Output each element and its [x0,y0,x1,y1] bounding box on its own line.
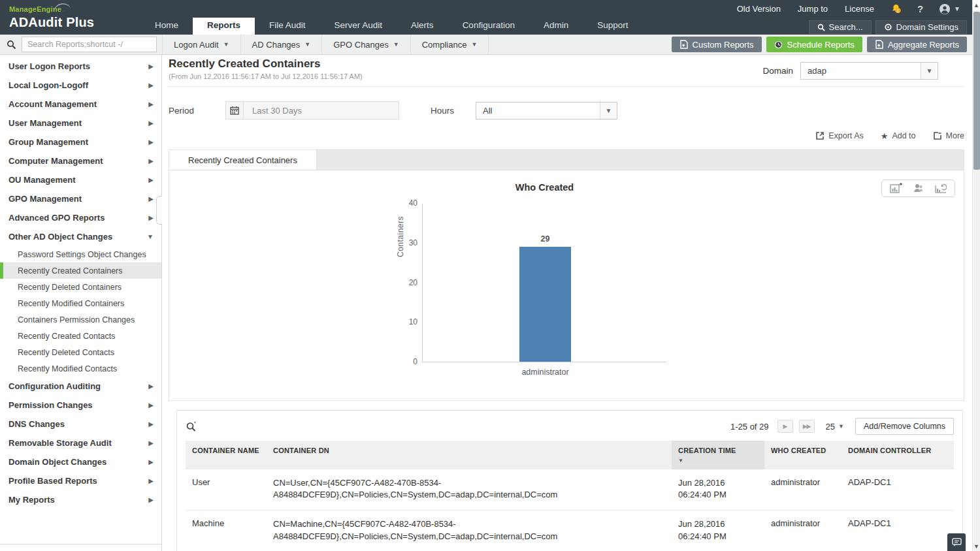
sidebar-item-label: Local Logon-Logoff [8,80,88,90]
calendar-icon[interactable] [226,102,244,119]
global-search-button[interactable]: Search... [809,20,872,34]
sidebar-item-domain-object-changes[interactable]: Domain Object Changes▶ [0,452,161,471]
svg-text:!: ! [897,8,898,13]
chevron-right-icon: ▶ [148,176,154,183]
period-label: Period [169,106,194,116]
top-links: Old VersionJump toLicense [728,4,883,14]
sidebar-item-permission-changes[interactable]: Permission Changes▶ [0,396,161,415]
refresh-chart-icon[interactable] [935,183,947,194]
sidebar-item-label: Recently Modified Contacts [18,364,117,373]
domain-selector-group: Domain adap ▼ [762,62,938,80]
cell-dn: CN=Machine,CN={45CF907C-A482-470B-8534-A… [267,511,672,551]
custom-reports-button[interactable]: Custom Reports [672,37,762,52]
sidebar-item-label: Recently Created Contacts [18,332,115,341]
sidebar-item-other-ad-object-changes[interactable]: Other AD Object Changes▼ [0,227,161,246]
hours-select[interactable]: All ▼ [476,102,617,119]
report-search-input[interactable] [22,37,157,52]
nav-tab-alerts[interactable]: Alerts [397,18,448,35]
sidebar-item-removable-storage-audit[interactable]: Removable Storage Audit▶ [0,433,161,452]
scroll-down-arrow[interactable]: ▼ [973,543,980,550]
sidebar-item-dns-changes[interactable]: DNS Changes▶ [0,415,161,433]
chevron-down-icon: ▼ [393,41,399,48]
export-icon [815,131,825,140]
chevron-down-icon: ▼ [954,5,960,12]
chart-y-axis-label: Containers [396,216,405,257]
nav-tab-admin[interactable]: Admin [529,18,583,35]
star-icon: ★ [881,131,889,141]
sidebar-item-label: Account Management [8,99,97,109]
last-page-button[interactable]: ▶▶ [799,420,815,433]
table-row: MachineCN=Machine,CN={45CF907C-A482-470B… [186,511,954,551]
more-button[interactable]: More [933,131,964,140]
sidebar-item-group-management[interactable]: Group Management▶ [0,133,161,151]
nav-tab-file-audit[interactable]: File Audit [255,18,320,35]
nav-tab-configuration[interactable]: Configuration [448,18,529,35]
sidebar-item-recently-deleted-containers[interactable]: Recently Deleted Containers [0,279,161,295]
page-scrollbar[interactable]: ▲ ▼ [972,0,980,551]
menu-label: Logon Audit [174,40,219,50]
sidebar-item-advanced-gpo-reports[interactable]: Advanced GPO Reports▶ [0,208,161,227]
menu-compliance[interactable]: Compliance▼ [411,35,489,54]
top-link-old-version[interactable]: Old Version [728,4,789,14]
hours-label: Hours [431,106,454,116]
nav-tab-support[interactable]: Support [583,18,642,35]
sidebar-item-account-management[interactable]: Account Management▶ [0,95,161,114]
table-body: UserCN=User,CN={45CF907C-A482-470B-8534-… [186,469,954,551]
domain-settings-button[interactable]: Domain Settings [875,20,967,34]
sidebar-item-recently-deleted-contacts[interactable]: Recently Deleted Contacts [0,344,161,360]
period-field[interactable]: Last 30 Days [225,101,399,119]
summary-by-user-icon[interactable] [913,183,924,194]
chevron-right-icon: ▶ [148,82,154,89]
sidebar-item-recently-created-contacts[interactable]: Recently Created Contacts [0,328,161,344]
chart-plot-area: 01020304029administrator [422,204,667,362]
top-link-license[interactable]: License [836,4,883,14]
sidebar-item-profile-based-reports[interactable]: Profile Based Reports▶ [0,471,161,490]
sidebar-item-user-management[interactable]: User Management▶ [0,114,161,133]
sidebar-item-ou-management[interactable]: OU Management▶ [0,170,161,189]
sidebar-item-gpo-management[interactable]: GPO Management▶ [0,189,161,208]
add-to-button[interactable]: ★ Add to [881,131,916,141]
help-icon[interactable]: ? [909,3,931,14]
pagination-range: 1-25 of 29 [730,422,769,432]
nav-tab-reports[interactable]: Reports [193,18,255,35]
report-header: Recently Created Containers (From Jun 12… [169,57,964,87]
bar-administrator[interactable] [519,247,571,362]
tab-recently-created-containers[interactable]: Recently Created Containers [169,150,317,170]
domain-select[interactable]: adap ▼ [800,62,938,80]
export-as-button[interactable]: Export As [815,131,864,140]
table-search-icon[interactable] [186,421,197,432]
sidebar-item-recently-modified-contacts[interactable]: Recently Modified Contacts [0,360,161,377]
aggregate-reports-button[interactable]: Aggregate Reports [867,37,967,52]
page-size-select[interactable]: 25 ▼ [826,422,844,432]
nav-tab-server-audit[interactable]: Server Audit [320,18,397,35]
menu-ad-changes[interactable]: AD Changes▼ [241,35,323,54]
user-account-menu[interactable]: ▼ [931,3,968,15]
sidebar-item-computer-management[interactable]: Computer Management▶ [0,151,161,170]
column-header-who-created: WHO CREATED [764,441,841,469]
sidebar-item-recently-created-containers[interactable]: Recently Created Containers [0,262,161,279]
sidebar-item-recently-modified-containers[interactable]: Recently Modified Containers [0,295,161,311]
schedule-reports-button[interactable]: Schedule Reports [766,37,862,52]
next-page-button[interactable]: ▶ [777,420,793,433]
period-value: Last 30 Days [244,102,302,119]
feedback-chat-button[interactable] [947,533,966,551]
sidebar-collapse-handle[interactable] [156,196,162,225]
sidebar-item-password-settings-object-changes[interactable]: Password Settings Object Changes [0,246,161,262]
sidebar-item-local-logon-logoff[interactable]: Local Logon-Logoff▶ [0,76,161,95]
scroll-up-arrow[interactable]: ▲ [973,0,980,10]
sidebar-item-configuration-auditing[interactable]: Configuration Auditing▶ [0,377,161,396]
more-icon [933,131,942,140]
scrollbar-thumb[interactable] [973,12,980,170]
add-remove-columns-button[interactable]: Add/Remove Columns [855,418,954,435]
top-link-jump-to[interactable]: Jump to [789,4,836,14]
sidebar-item-label: Recently Deleted Containers [18,283,122,292]
sidebar-item-label: Recently Deleted Contacts [18,348,114,357]
menu-logon-audit[interactable]: Logon Audit▼ [162,35,241,54]
column-header-creation-time[interactable]: CREATION TIME▼ [672,441,764,469]
sidebar-item-my-reports[interactable]: My Reports▶ [0,490,161,509]
notifications-bell-icon[interactable]: ! [883,3,909,14]
sidebar-item-user-logon-reports[interactable]: User Logon Reports▶ [0,57,161,76]
chart-type-icon[interactable] [890,183,902,194]
menu-gpo-changes[interactable]: GPO Changes▼ [322,35,410,54]
sidebar-item-containers-permission-changes[interactable]: Containers Permission Changes [0,311,161,328]
